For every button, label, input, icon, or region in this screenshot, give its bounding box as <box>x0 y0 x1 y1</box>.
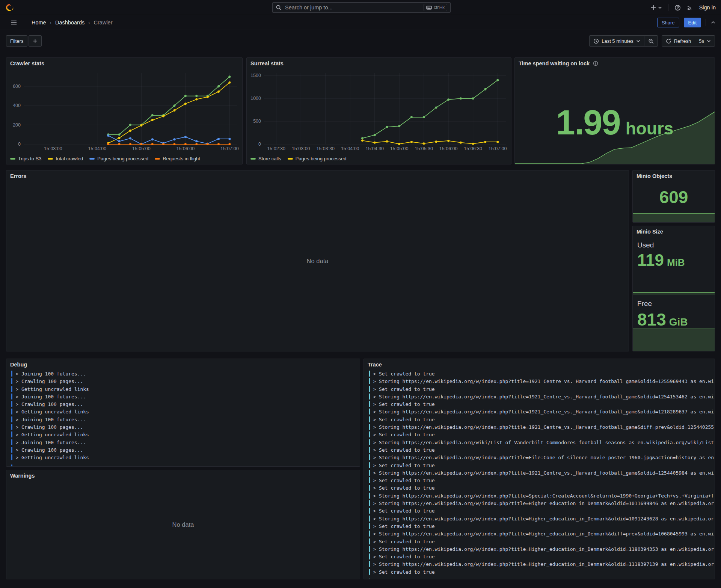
log-text: Joining 100 futures... <box>21 440 86 445</box>
legend-item[interactable]: Trips to S3 <box>10 156 41 161</box>
info-icon[interactable] <box>593 61 598 66</box>
log-expand-chevron[interactable]: > <box>373 387 376 392</box>
legend-label: Pages being processed <box>296 156 347 161</box>
log-expand-chevron[interactable]: > <box>373 394 376 400</box>
collapse-chevron-up-icon[interactable] <box>710 20 716 25</box>
panel-title[interactable]: Surreal stats <box>247 58 511 69</box>
legend-item[interactable]: Pages being processed <box>89 156 148 161</box>
svg-text:15:05:30: 15:05:30 <box>415 146 433 151</box>
breadcrumb-dashboards[interactable]: Dashboards <box>55 20 84 26</box>
log-expand-chevron[interactable]: > <box>373 440 376 445</box>
log-expand-chevron[interactable]: > <box>16 409 18 415</box>
log-line: >Storing https://en.wikipedia.org/w/inde… <box>369 378 714 385</box>
panel-title[interactable]: Time spend waiting on lock <box>515 58 715 69</box>
search-shortcut-badge: ctrl+k <box>424 4 447 11</box>
legend-item[interactable]: Requests in flight <box>155 156 200 161</box>
log-text: Getting uncrawled links <box>21 386 89 392</box>
svg-text:15:04:30: 15:04:30 <box>365 146 384 151</box>
log-expand-chevron[interactable]: > <box>16 425 18 430</box>
chart-legend: Store callsPages being processed <box>250 156 347 161</box>
log-line: >Set crawled to true <box>369 431 714 439</box>
svg-text:15:05:00: 15:05:00 <box>132 146 151 151</box>
panel-title[interactable]: Debug <box>6 359 360 370</box>
log-expand-chevron[interactable]: > <box>373 485 376 491</box>
log-expand-chevron[interactable]: > <box>16 417 18 422</box>
log-expand-chevron[interactable]: > <box>373 409 376 415</box>
log-expand-chevron[interactable]: > <box>16 440 18 445</box>
log-expand-chevron[interactable]: > <box>373 524 376 529</box>
legend-marker <box>288 158 293 160</box>
log-expand-chevron[interactable]: > <box>373 554 376 559</box>
log-expand-chevron[interactable]: > <box>373 508 376 514</box>
share-button[interactable]: Share <box>657 18 679 27</box>
log-line: >Storing https://en.wikipedia.org/w/inde… <box>369 500 714 507</box>
log-expand-chevron[interactable]: > <box>373 547 376 552</box>
legend-label: total crawled <box>56 156 83 161</box>
add-new-button[interactable] <box>650 5 662 11</box>
edit-button[interactable]: Edit <box>684 18 701 27</box>
log-expand-chevron[interactable]: > <box>373 478 376 483</box>
log-expand-chevron[interactable]: > <box>373 448 376 453</box>
panel-title[interactable]: Crawler stats <box>6 58 242 69</box>
log-expand-chevron[interactable]: > <box>373 562 376 567</box>
zoom-out-button[interactable] <box>644 36 658 46</box>
log-line: >Set crawled to true <box>369 484 714 492</box>
log-expand-chevron[interactable]: > <box>16 432 18 437</box>
log-expand-chevron[interactable]: > <box>16 387 18 392</box>
lock-value: 1.99 <box>556 103 620 142</box>
log-text: Storing https://en.wikipedia.org/w/index… <box>379 531 714 537</box>
legend-item[interactable]: total crawled <box>48 156 83 161</box>
log-expand-chevron[interactable]: > <box>373 539 376 544</box>
grafana-dashboard: ctrl+k Sign in Home › Dashboards <box>0 0 721 588</box>
panel-title[interactable]: Warnings <box>6 470 360 481</box>
breadcrumb-home[interactable]: Home <box>32 20 46 26</box>
log-expand-chevron[interactable]: > <box>16 455 18 460</box>
log-expand-chevron[interactable]: > <box>373 463 376 468</box>
legend-item[interactable]: Pages being processed <box>288 156 347 161</box>
news-icon[interactable] <box>687 5 693 11</box>
help-icon[interactable] <box>674 5 681 11</box>
panel-title[interactable]: Minio Size <box>633 226 715 237</box>
add-filter-button[interactable] <box>29 35 42 47</box>
log-level-bar <box>369 531 370 537</box>
panel-title-text: Crawler stats <box>10 60 44 66</box>
grafana-logo[interactable] <box>5 3 14 12</box>
log-expand-chevron[interactable]: > <box>373 432 376 437</box>
log-expand-chevron[interactable]: > <box>373 516 376 522</box>
log-expand-chevron[interactable]: > <box>373 425 376 430</box>
log-expand-chevron[interactable]: > <box>373 402 376 407</box>
log-expand-chevron[interactable]: > <box>373 417 376 422</box>
no-data-message: No data <box>307 257 329 264</box>
panel-title[interactable]: Errors <box>6 170 629 182</box>
log-expand-chevron[interactable]: > <box>373 493 376 499</box>
log-expand-chevron[interactable]: > <box>373 379 376 384</box>
log-expand-chevron[interactable]: > <box>16 371 18 377</box>
time-range-picker[interactable]: Last 5 minutes <box>590 36 644 46</box>
log-line: >Storing https://en.wikipedia.org/w/inde… <box>369 492 714 500</box>
panel-title[interactable]: Minio Objects <box>633 170 715 182</box>
log-line: >Set crawled to true <box>369 553 714 561</box>
log-line: >Crawling 100 pages... <box>11 378 359 385</box>
log-expand-chevron[interactable]: > <box>16 402 18 407</box>
global-search[interactable]: ctrl+k <box>272 2 451 13</box>
menu-toggle-icon[interactable] <box>11 19 17 26</box>
log-level-bar <box>369 401 370 407</box>
log-expand-chevron[interactable]: > <box>373 531 376 537</box>
panel-crawler-stats: Crawler stats 15:03:0015:04:0015:05:0015… <box>6 57 243 164</box>
refresh-interval-dropdown[interactable]: 5s <box>695 36 715 46</box>
log-expand-chevron[interactable]: > <box>16 379 18 384</box>
log-expand-chevron[interactable]: > <box>16 448 18 453</box>
log-expand-chevron[interactable]: > <box>373 455 376 460</box>
search-input[interactable] <box>284 4 421 11</box>
log-expand-chevron[interactable]: > <box>16 394 18 400</box>
refresh-button[interactable]: Refresh <box>662 36 695 46</box>
log-expand-chevron[interactable]: > <box>373 501 376 506</box>
panel-title[interactable]: Trace <box>364 359 715 370</box>
legend-item[interactable]: Store calls <box>250 156 281 161</box>
log-expand-chevron[interactable]: > <box>373 570 376 575</box>
log-level-bar <box>11 439 12 445</box>
log-expand-chevron[interactable]: > <box>373 371 376 377</box>
filters-button[interactable]: Filters <box>6 35 27 47</box>
sign-in-link[interactable]: Sign in <box>699 5 716 11</box>
log-expand-chevron[interactable]: > <box>373 470 376 476</box>
